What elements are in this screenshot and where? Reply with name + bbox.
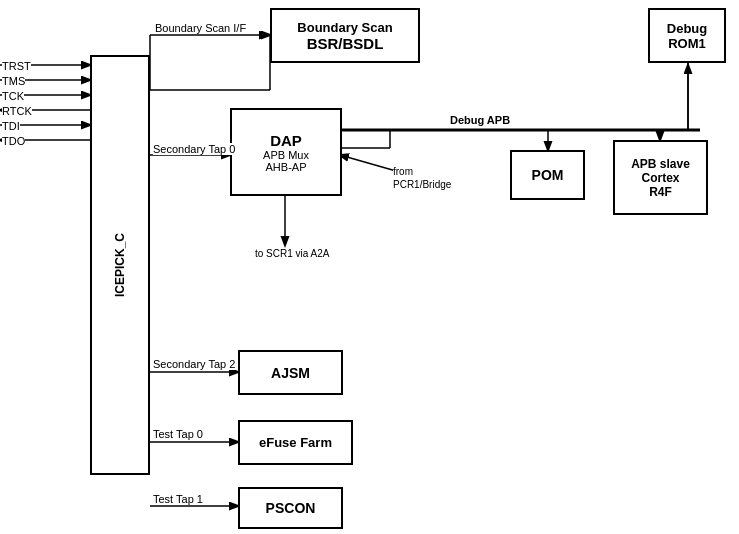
secondary-tap0-label: Secondary Tap 0 — [153, 143, 235, 155]
pom-label: POM — [532, 167, 564, 183]
debug-rom-label: DebugROM1 — [667, 21, 707, 51]
test-tap1-label: Test Tap 1 — [153, 493, 203, 505]
signal-tms: TMS — [2, 75, 25, 87]
pom-box: POM — [510, 150, 585, 200]
signal-rtck: RTCK — [2, 105, 32, 117]
diagram: TRST TMS TCK RTCK TDI TDO Boundary ScanB… — [0, 0, 739, 534]
from-pcr1-label: fromPCR1/Bridge — [393, 165, 451, 191]
boundary-scan-if-label: Boundary Scan I/F — [155, 22, 246, 34]
test-tap0-label: Test Tap 0 — [153, 428, 203, 440]
efuse-box: eFuse Farm — [238, 420, 353, 465]
boundary-scan-label: Boundary ScanBSR/BSDL — [297, 20, 392, 52]
debug-apb-label: Debug APB — [450, 114, 510, 126]
signal-tck: TCK — [2, 90, 24, 102]
dap-apb-label: APB Mux — [263, 149, 309, 161]
signal-trst: TRST — [2, 60, 31, 72]
efuse-label: eFuse Farm — [259, 435, 332, 450]
dap-ahb-label: AHB-AP — [266, 161, 307, 173]
debug-rom-box: DebugROM1 — [648, 8, 726, 63]
boundary-scan-box: Boundary ScanBSR/BSDL — [270, 8, 420, 63]
icepick-box: ICEPICK_C — [90, 55, 150, 475]
secondary-tap2-label: Secondary Tap 2 — [153, 358, 235, 370]
ajsm-label: AJSM — [271, 365, 310, 381]
pscon-label: PSCON — [266, 500, 316, 516]
signal-tdi: TDI — [2, 120, 20, 132]
signal-tdo: TDO — [2, 135, 25, 147]
to-scr1-label: to SCR1 via A2A — [255, 248, 329, 259]
ajsm-box: AJSM — [238, 350, 343, 395]
apb-slave-box: APB slaveCortexR4F — [613, 140, 708, 215]
icepick-label: ICEPICK_C — [113, 233, 127, 297]
dap-label: DAP — [270, 132, 302, 149]
apb-slave-label: APB slaveCortexR4F — [631, 157, 690, 199]
dap-box: DAP APB Mux AHB-AP — [230, 108, 342, 196]
pscon-box: PSCON — [238, 487, 343, 529]
